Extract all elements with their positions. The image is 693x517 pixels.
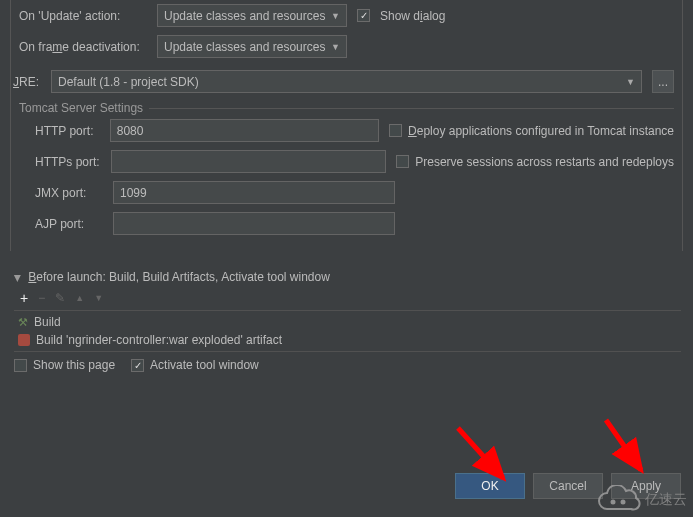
task-build[interactable]: ⚒ Build: [14, 313, 681, 331]
deploy-check-row: Deploy applications configured in Tomcat…: [389, 124, 674, 138]
chevron-down-icon: ▼: [626, 77, 635, 87]
before-launch-header: Before launch: Build, Build Artifacts, A…: [28, 270, 330, 284]
task-artifact-label: Build 'ngrinder-controller:war exploded'…: [36, 333, 282, 347]
deploy-label: Deploy applications configured in Tomcat…: [408, 124, 674, 138]
add-icon[interactable]: +: [20, 290, 28, 306]
preserve-label: Preserve sessions across restarts and re…: [415, 155, 674, 169]
on-frame-value: Update classes and resources: [164, 40, 325, 54]
ok-button[interactable]: OK: [455, 473, 525, 499]
show-dialog-checkbox[interactable]: ✓: [357, 9, 370, 22]
https-port-row: HTTPs port: Preserve sessions across res…: [19, 150, 674, 173]
jre-label: JRE:: [13, 75, 41, 89]
jre-combo[interactable]: Default (1.8 - project SDK) ▼: [51, 70, 642, 93]
task-build-label: Build: [34, 315, 61, 329]
on-frame-combo[interactable]: Update classes and resources ▼: [157, 35, 347, 58]
svg-point-2: [611, 500, 616, 505]
show-page-checkbox[interactable]: [14, 359, 27, 372]
task-toolbar: + − ✎ ▲ ▼: [20, 290, 681, 306]
edit-icon[interactable]: ✎: [55, 291, 65, 305]
task-artifact[interactable]: Build 'ngrinder-controller:war exploded'…: [14, 331, 681, 349]
preserve-checkbox[interactable]: [396, 155, 409, 168]
on-update-value: Update classes and resources: [164, 9, 325, 23]
on-frame-label: On frame deactivation:: [19, 40, 147, 54]
cloud-icon: [593, 485, 641, 515]
hammer-icon: ⚒: [18, 316, 28, 329]
watermark: 亿速云: [593, 485, 687, 515]
ajp-port-input[interactable]: [113, 212, 395, 235]
svg-line-0: [458, 428, 503, 478]
activate-checkbox[interactable]: ✓: [131, 359, 144, 372]
jmx-port-label: JMX port:: [19, 186, 103, 200]
svg-point-3: [621, 500, 626, 505]
svg-line-1: [606, 420, 641, 470]
launch-check-row: Show this page ✓ Activate tool window: [14, 358, 681, 372]
show-dialog-label: Show dialog: [380, 9, 445, 23]
down-icon[interactable]: ▼: [94, 293, 103, 303]
on-update-row: On 'Update' action: Update classes and r…: [19, 4, 674, 27]
jre-row: JRE: Default (1.8 - project SDK) ▼ ...: [13, 70, 674, 93]
deploy-checkbox[interactable]: [389, 124, 402, 137]
http-port-row: HTTP port: Deploy applications configure…: [19, 119, 674, 142]
jmx-port-row: JMX port:: [19, 181, 674, 204]
on-update-label: On 'Update' action:: [19, 9, 147, 23]
divider: [149, 108, 674, 109]
before-launch-header-row[interactable]: ▶ Before launch: Build, Build Artifacts,…: [14, 270, 681, 284]
tomcat-title: Tomcat Server Settings: [19, 101, 143, 115]
chevron-down-icon: ▼: [331, 42, 340, 52]
config-panel: On 'Update' action: Update classes and r…: [10, 0, 683, 251]
remove-icon[interactable]: −: [38, 291, 45, 305]
collapse-icon: ▶: [13, 275, 23, 282]
on-frame-row: On frame deactivation: Update classes an…: [19, 35, 674, 58]
jmx-port-input[interactable]: [113, 181, 395, 204]
ajp-port-label: AJP port:: [19, 217, 103, 231]
on-update-combo[interactable]: Update classes and resources ▼: [157, 4, 347, 27]
activate-group: ✓ Activate tool window: [131, 358, 259, 372]
up-icon[interactable]: ▲: [75, 293, 84, 303]
show-page-label: Show this page: [33, 358, 115, 372]
jre-value: Default (1.8 - project SDK): [58, 75, 199, 89]
tomcat-section-title: Tomcat Server Settings: [19, 101, 674, 115]
show-page-group: Show this page: [14, 358, 115, 372]
activate-label: Activate tool window: [150, 358, 259, 372]
https-port-input[interactable]: [111, 150, 386, 173]
task-list: ⚒ Build Build 'ngrinder-controller:war e…: [14, 310, 681, 352]
chevron-down-icon: ▼: [331, 11, 340, 21]
ajp-port-row: AJP port:: [19, 212, 674, 235]
http-port-input[interactable]: [110, 119, 379, 142]
watermark-text: 亿速云: [645, 491, 687, 509]
jre-browse-button[interactable]: ...: [652, 70, 674, 93]
preserve-check-row: Preserve sessions across restarts and re…: [396, 155, 674, 169]
before-launch-section: ▶ Before launch: Build, Build Artifacts,…: [14, 270, 681, 372]
artifact-icon: [18, 334, 30, 346]
http-port-label: HTTP port:: [19, 124, 100, 138]
https-port-label: HTTPs port:: [19, 155, 101, 169]
